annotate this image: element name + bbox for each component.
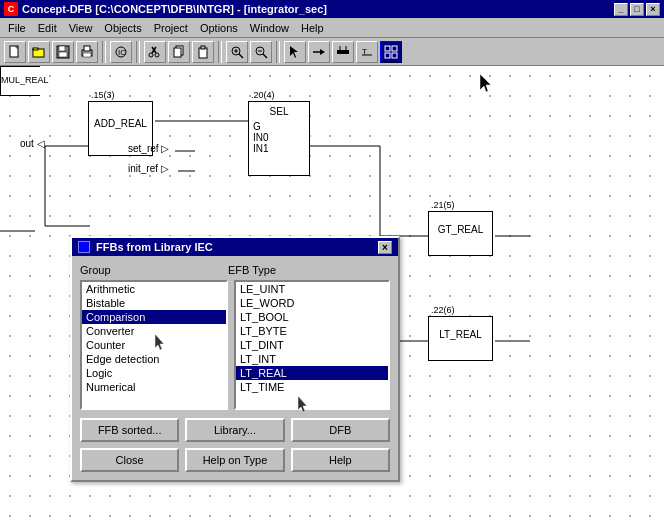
- menu-options[interactable]: Options: [194, 20, 244, 36]
- list-item-arithmetic[interactable]: Arithmetic: [82, 282, 226, 296]
- svg-point-14: [149, 53, 153, 57]
- list-item-bistable[interactable]: Bistable: [82, 296, 226, 310]
- svg-rect-9: [83, 53, 91, 57]
- block-lt-real: .22(6) LT_REAL: [428, 316, 493, 361]
- dialog-title-bar: FFBs from Library IEC ×: [72, 238, 398, 256]
- add-real-label: ADD_REAL: [89, 102, 152, 129]
- bus-button[interactable]: [332, 41, 354, 63]
- svg-rect-38: [392, 53, 397, 58]
- efb-lt-int[interactable]: LT_INT: [236, 352, 388, 366]
- maximize-button[interactable]: □: [630, 3, 644, 16]
- title-bar: C Concept-DFB [C:\CONCEPT\DFB\INTGR] - […: [0, 0, 664, 18]
- dialog-body: Group EFB Type Arithmetic Bistable Compa…: [72, 256, 398, 480]
- menu-objects[interactable]: Objects: [98, 20, 147, 36]
- svg-rect-36: [392, 46, 397, 51]
- help-on-type-button[interactable]: Help on Type: [185, 448, 284, 472]
- list-item-comparison[interactable]: Comparison: [82, 310, 226, 324]
- out-label: out ◁: [20, 138, 45, 149]
- close-button[interactable]: ×: [646, 3, 660, 16]
- svg-rect-6: [59, 52, 67, 57]
- svg-rect-8: [84, 46, 90, 51]
- mul-real-label: MUL_REAL: [1, 67, 40, 85]
- efb-lt-dint[interactable]: LT_DINT: [236, 338, 388, 352]
- grid-button[interactable]: [380, 41, 402, 63]
- efb-lt-time[interactable]: LT_TIME: [236, 380, 388, 394]
- svg-rect-17: [174, 48, 181, 57]
- menu-view[interactable]: View: [63, 20, 99, 36]
- menu-bar: File Edit View Objects Project Options W…: [0, 18, 664, 38]
- paste-button[interactable]: [192, 41, 214, 63]
- list-item-counter[interactable]: Counter: [82, 338, 226, 352]
- efb-le-word[interactable]: LE_WORD: [236, 296, 388, 310]
- component-button[interactable]: IC: [110, 41, 132, 63]
- dialog-icon: [78, 241, 90, 253]
- dialog-buttons-row2: Close Help on Type Help: [80, 448, 390, 472]
- svg-rect-30: [337, 50, 349, 54]
- svg-text:T: T: [362, 47, 367, 56]
- svg-rect-3: [33, 48, 38, 50]
- dialog-close-button[interactable]: ×: [378, 241, 392, 254]
- list-item-edge-detection[interactable]: Edge detection: [82, 352, 226, 366]
- select-button[interactable]: [284, 41, 306, 63]
- dfb-button[interactable]: DFB: [291, 418, 390, 442]
- sel-sublabel: .20(4): [251, 90, 275, 100]
- zoom-out-button[interactable]: [250, 41, 272, 63]
- copy-button[interactable]: [168, 41, 190, 63]
- mouse-cursor: [480, 74, 496, 98]
- group-listbox[interactable]: Arithmetic Bistable Comparison Converter…: [80, 280, 228, 410]
- efb-column-header: EFB Type: [228, 264, 390, 276]
- toolbar-separator-4: [276, 41, 280, 63]
- close-button[interactable]: Close: [80, 448, 179, 472]
- list-item-numerical[interactable]: Numerical: [82, 380, 226, 394]
- efb-lt-bool[interactable]: LT_BOOL: [236, 310, 388, 324]
- list-item-converter[interactable]: Converter: [82, 324, 226, 338]
- sel-pin-in1: IN1: [253, 143, 309, 154]
- toolbar-separator-3: [218, 41, 222, 63]
- sel-label: SEL: [249, 102, 309, 117]
- save-button[interactable]: [52, 41, 74, 63]
- wire-right-button[interactable]: [308, 41, 330, 63]
- list-item-logic[interactable]: Logic: [82, 366, 226, 380]
- block-mul-real: 9(2) MUL_REAL: [0, 66, 40, 96]
- lt-real-label: LT_REAL: [429, 317, 492, 340]
- svg-rect-37: [385, 53, 390, 58]
- efb-listbox[interactable]: LE_UINT LE_WORD LT_BOOL LT_BYTE LT_DINT …: [234, 280, 390, 410]
- dialog-title-text: FFBs from Library IEC: [96, 241, 213, 253]
- menu-project[interactable]: Project: [148, 20, 194, 36]
- zoom-in-button[interactable]: [226, 41, 248, 63]
- menu-file[interactable]: File: [2, 20, 32, 36]
- sel-pin-in0: IN0: [253, 132, 309, 143]
- svg-rect-19: [201, 46, 205, 49]
- menu-window[interactable]: Window: [244, 20, 295, 36]
- ffb-sorted-button[interactable]: FFB sorted...: [80, 418, 179, 442]
- library-button[interactable]: Library...: [185, 418, 284, 442]
- cut-button[interactable]: [144, 41, 166, 63]
- window-controls[interactable]: _ □ ×: [614, 3, 660, 16]
- efb-lt-byte[interactable]: LT_BYTE: [236, 324, 388, 338]
- app-icon: C: [4, 2, 18, 16]
- lt-real-sublabel: .22(6): [431, 305, 455, 315]
- open-button[interactable]: [28, 41, 50, 63]
- column-headers: Group EFB Type: [80, 264, 390, 276]
- svg-line-25: [263, 54, 267, 58]
- label-button[interactable]: T: [356, 41, 378, 63]
- toolbar-separator-2: [136, 41, 140, 63]
- print-button[interactable]: [76, 41, 98, 63]
- menu-help[interactable]: Help: [295, 20, 330, 36]
- group-column-header: Group: [80, 264, 228, 276]
- menu-edit[interactable]: Edit: [32, 20, 63, 36]
- toolbar-separator-1: [102, 41, 106, 63]
- help-button[interactable]: Help: [291, 448, 390, 472]
- init-ref-label: init_ref ▷: [128, 163, 169, 174]
- set-ref-label: set_ref ▷: [128, 143, 169, 154]
- new-button[interactable]: [4, 41, 26, 63]
- block-sel: .20(4) SEL G IN0 IN1: [248, 101, 310, 176]
- efb-lt-real[interactable]: LT_REAL: [236, 366, 388, 380]
- dialog-buttons-row1: FFB sorted... Library... DFB: [80, 418, 390, 442]
- sel-pin-g: G: [253, 121, 309, 132]
- svg-rect-5: [59, 46, 65, 51]
- list-container: Arithmetic Bistable Comparison Converter…: [80, 280, 390, 410]
- minimize-button[interactable]: _: [614, 3, 628, 16]
- canvas-area[interactable]: 9(2) MUL_REAL out ◁ .15(3) ADD_REAL set_…: [0, 66, 664, 532]
- efb-le-uint[interactable]: LE_UINT: [236, 282, 388, 296]
